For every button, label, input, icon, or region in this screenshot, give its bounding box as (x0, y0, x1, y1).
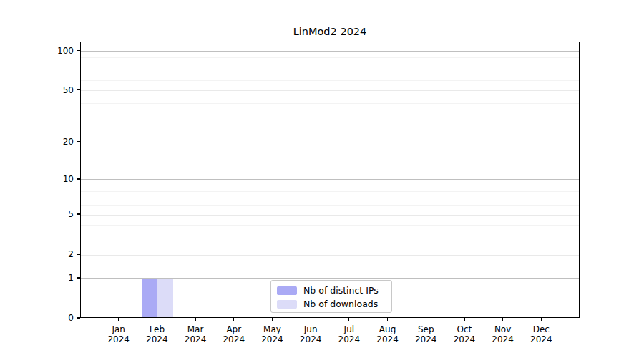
x-tick-year: 2024 (213, 334, 255, 344)
x-tick-year: 2024 (174, 334, 217, 344)
y-tick-mark-50 (77, 90, 81, 90)
bar-distinct-ips-1 (142, 279, 157, 318)
x-tick-year: 2024 (482, 334, 525, 344)
y-tick-label-20: 20 (45, 137, 74, 147)
legend-item-downloads: Nb of downloads (277, 297, 386, 311)
x-tick-year: 2024 (250, 334, 293, 344)
x-tick-month: Dec (519, 324, 562, 334)
x-tick-label-6: Jul2024 (328, 324, 371, 344)
gridline-y-70 (81, 72, 579, 72)
x-tick-mark-11 (541, 318, 542, 321)
y-tick-label-100: 100 (45, 46, 74, 56)
x-tick-month: Mar (174, 324, 217, 334)
x-tick-month: Apr (213, 324, 255, 334)
x-tick-label-11: Dec2024 (519, 324, 562, 344)
x-tick-mark-2 (195, 318, 195, 321)
legend: Nb of distinct IPs Nb of downloads (270, 280, 392, 313)
x-tick-year: 2024 (328, 334, 371, 344)
y-tick-label-2: 2 (45, 249, 74, 259)
y-tick-label-0: 0 (45, 313, 74, 323)
x-tick-mark-10 (502, 318, 503, 321)
chart-title: LinMod2 2024 (80, 26, 580, 37)
gridline-y-8 (81, 191, 579, 192)
y-tick-mark-2 (77, 254, 81, 255)
x-tick-month: Sep (404, 324, 447, 334)
x-tick-label-3: Apr2024 (213, 324, 255, 344)
x-tick-year: 2024 (519, 334, 562, 344)
x-tick-year: 2024 (289, 334, 332, 344)
gridline-y-9 (81, 185, 579, 185)
x-tick-mark-9 (464, 318, 464, 321)
gridline-y-7 (81, 198, 579, 198)
y-tick-label-5: 5 (45, 209, 74, 219)
legend-label-distinct-ips: Nb of distinct IPs (303, 285, 379, 296)
y-tick-label-50: 50 (45, 85, 74, 95)
x-tick-label-8: Sep2024 (404, 324, 447, 344)
x-tick-month: Nov (482, 324, 525, 334)
gridline-y-30 (81, 120, 579, 120)
gridline-y-6 (81, 205, 579, 206)
y-tick-label-1: 1 (45, 273, 74, 283)
gridline-y-90 (81, 57, 579, 58)
x-tick-month: Jan (97, 324, 140, 334)
x-tick-mark-6 (348, 318, 349, 321)
x-tick-label-2: Mar2024 (174, 324, 217, 344)
gridline-y-60 (81, 80, 579, 81)
gridline-y-5 (81, 215, 579, 216)
y-tick-mark-100 (77, 50, 81, 51)
y-tick-mark-20 (77, 141, 81, 142)
x-tick-year: 2024 (366, 334, 409, 344)
gridline-y-80 (81, 64, 579, 64)
x-tick-year: 2024 (135, 334, 178, 344)
x-tick-year: 2024 (404, 334, 447, 344)
x-tick-mark-3 (233, 318, 234, 321)
x-tick-label-7: Aug2024 (366, 324, 409, 344)
gridline-y-2 (81, 255, 579, 256)
y-tick-mark-1 (77, 277, 81, 278)
y-tick-mark-10 (77, 178, 81, 179)
gridline-y-50 (81, 90, 579, 91)
gridline-y-3 (81, 238, 579, 238)
gridline-y-20 (81, 142, 579, 142)
gridline-y-40 (81, 103, 579, 104)
y-tick-mark-5 (77, 213, 81, 214)
x-tick-year: 2024 (443, 334, 486, 344)
y-tick-label-10: 10 (45, 174, 74, 184)
plot-area (80, 42, 580, 318)
legend-label-downloads: Nb of downloads (303, 299, 378, 309)
x-tick-label-4: May2024 (250, 324, 293, 344)
x-tick-mark-1 (157, 318, 157, 321)
x-tick-month: Aug (366, 324, 409, 334)
x-tick-month: May (250, 324, 293, 334)
x-tick-label-0: Jan2024 (97, 324, 140, 344)
x-tick-mark-0 (118, 318, 119, 321)
x-tick-month: Feb (135, 324, 178, 334)
x-tick-mark-7 (387, 318, 388, 321)
x-tick-month: Jul (328, 324, 371, 334)
x-tick-mark-4 (272, 318, 273, 321)
x-tick-label-5: Jun2024 (289, 324, 332, 344)
gridline-y-4 (81, 225, 579, 226)
x-tick-year: 2024 (97, 334, 140, 344)
gridline-y-10 (81, 179, 579, 180)
x-tick-mark-8 (426, 318, 426, 321)
x-tick-month: Jun (289, 324, 332, 334)
y-tick-mark-0 (77, 317, 81, 318)
x-tick-label-9: Oct2024 (443, 324, 486, 344)
x-tick-label-10: Nov2024 (482, 324, 525, 344)
x-tick-mark-5 (311, 318, 311, 321)
legend-swatch-downloads-icon (277, 300, 297, 309)
gridline-y-100 (81, 51, 579, 52)
figure: LinMod2 2024 0125102050100Jan2024Feb2024… (0, 0, 644, 358)
bar-downloads-1 (157, 279, 172, 318)
legend-item-distinct-ips: Nb of distinct IPs (277, 284, 386, 297)
x-tick-month: Oct (443, 324, 486, 334)
legend-swatch-distinct-ips-icon (277, 286, 297, 295)
x-tick-label-1: Feb2024 (135, 324, 178, 344)
